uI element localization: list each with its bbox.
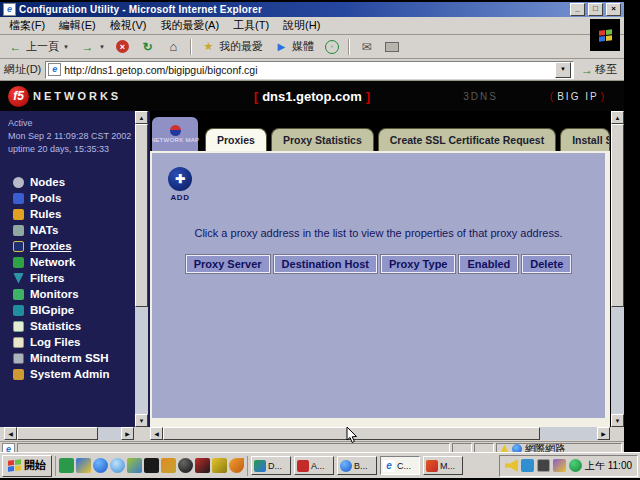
- stop-button[interactable]: [111, 38, 134, 55]
- maximize-button[interactable]: □: [588, 3, 603, 16]
- sidebar-item-bigpipe[interactable]: BIGpipe: [0, 302, 150, 318]
- quicklaunch-icon[interactable]: [161, 458, 176, 473]
- print-icon: [385, 42, 399, 52]
- print-button[interactable]: [380, 37, 405, 56]
- forward-dropdown-icon[interactable]: [99, 44, 105, 50]
- task-button[interactable]: D...: [251, 456, 291, 475]
- sidebar-item-nats[interactable]: NATs: [0, 222, 150, 238]
- menu-edit[interactable]: 編輯(E): [52, 17, 103, 34]
- quicklaunch-icon[interactable]: [178, 458, 193, 473]
- scroll-right-icon[interactable]: ▶: [121, 427, 134, 440]
- system-tray: 上午 11:00: [499, 455, 638, 477]
- scroll-left-icon[interactable]: ◀: [4, 427, 17, 440]
- media-icon: [274, 39, 289, 54]
- close-button[interactable]: ×: [606, 3, 621, 16]
- sidebar-horizontal-scrollbar[interactable]: ◀ ▶: [4, 427, 134, 440]
- minimize-button[interactable]: _: [570, 3, 585, 16]
- task-button[interactable]: M...: [423, 456, 463, 475]
- back-label: 上一頁: [26, 39, 59, 54]
- home-button[interactable]: [161, 37, 186, 56]
- tray-icon[interactable]: [569, 459, 582, 472]
- sidebar-item-mindterm-ssh[interactable]: Mindterm SSH: [0, 350, 150, 366]
- nav-3dns[interactable]: 3DNS: [463, 91, 498, 102]
- sidebar-item-system-admin[interactable]: System Admin: [0, 366, 150, 382]
- scroll-down-icon[interactable]: ▼: [135, 414, 148, 427]
- scrollbar-thumb[interactable]: [611, 124, 624, 307]
- refresh-button[interactable]: [135, 37, 160, 56]
- history-button[interactable]: [320, 38, 344, 56]
- system-status: Active Mon Sep 2 11:09:28 CST 2002 uptim…: [0, 111, 150, 160]
- address-dropdown-icon[interactable]: ▼: [555, 62, 571, 78]
- windows-taskbar: 開始 D... A... B... eC... M... 上午 11:00: [0, 452, 640, 478]
- sidebar-item-nodes[interactable]: Nodes: [0, 174, 150, 190]
- add-button[interactable]: [168, 167, 192, 191]
- quicklaunch-icon[interactable]: [195, 458, 210, 473]
- volume-icon[interactable]: [505, 459, 518, 472]
- scroll-down-icon[interactable]: ▼: [611, 414, 624, 427]
- quicklaunch-icon[interactable]: [212, 458, 227, 473]
- column-destination-host[interactable]: Destination Host: [274, 255, 377, 273]
- tab-proxies[interactable]: Proxies: [205, 128, 267, 151]
- menu-tools[interactable]: 工具(T): [226, 17, 276, 34]
- tab-proxy-statistics[interactable]: Proxy Statistics: [271, 128, 374, 151]
- start-button[interactable]: 開始: [2, 455, 52, 477]
- scrollbar-thumb[interactable]: [135, 124, 148, 307]
- scrollbar-thumb[interactable]: [17, 427, 98, 440]
- menu-help[interactable]: 說明(H): [276, 17, 327, 34]
- sidebar-item-statistics[interactable]: Statistics: [0, 318, 150, 334]
- quicklaunch-icon[interactable]: [59, 458, 74, 473]
- tab-create-ssl-certificate-request[interactable]: Create SSL Certificate Request: [378, 128, 556, 151]
- scroll-up-icon[interactable]: ▲: [135, 111, 148, 124]
- tray-icon[interactable]: [521, 459, 534, 472]
- sidebar-item-log-files[interactable]: Log Files: [0, 334, 150, 350]
- forward-button[interactable]: [75, 37, 110, 56]
- quicklaunch-icon[interactable]: [144, 458, 159, 473]
- quicklaunch-icon[interactable]: [127, 458, 142, 473]
- task-button[interactable]: B...: [337, 456, 377, 475]
- go-button[interactable]: 移至: [578, 62, 620, 77]
- back-icon: [8, 39, 23, 54]
- task-icon: [254, 460, 266, 472]
- sidebar-item-filters[interactable]: Filters: [0, 270, 150, 286]
- sidebar-item-pools[interactable]: Pools: [0, 190, 150, 206]
- menu-file[interactable]: 檔案(F): [2, 17, 52, 34]
- browser-window: Configuration Utility - Microsoft Intern…: [0, 2, 624, 452]
- quicklaunch-icon[interactable]: [110, 458, 125, 473]
- quicklaunch-icon[interactable]: [76, 458, 91, 473]
- sidebar-vertical-scrollbar[interactable]: ▲ ▼: [135, 111, 148, 427]
- tab-network-map[interactable]: NETWORK MAP: [152, 117, 198, 151]
- sidebar-item-proxies[interactable]: Proxies: [0, 238, 150, 254]
- menu-favorites[interactable]: 我的最愛(A): [153, 17, 226, 34]
- status-datetime: Mon Sep 2 11:09:28 CST 2002: [8, 130, 146, 143]
- column-proxy-server[interactable]: Proxy Server: [186, 255, 270, 273]
- quicklaunch-icon[interactable]: [229, 458, 244, 473]
- quicklaunch-icon[interactable]: [93, 458, 108, 473]
- back-dropdown-icon[interactable]: [63, 44, 69, 50]
- favorites-button[interactable]: 我的最愛: [196, 37, 268, 56]
- tray-icon[interactable]: [553, 459, 566, 472]
- status-uptime: uptime 20 days, 15:35:33: [8, 143, 146, 156]
- sidebar-item-rules[interactable]: Rules: [0, 206, 150, 222]
- nav-big-ip[interactable]: BIG IP: [550, 91, 606, 102]
- column-delete[interactable]: Delete: [522, 255, 571, 273]
- menu-view[interactable]: 檢視(V): [103, 17, 154, 34]
- scroll-right-icon[interactable]: ▶: [597, 427, 610, 440]
- column-enabled[interactable]: Enabled: [459, 255, 518, 273]
- rules-icon: [13, 209, 24, 220]
- scroll-up-icon[interactable]: ▲: [611, 111, 624, 124]
- column-proxy-type[interactable]: Proxy Type: [381, 255, 456, 273]
- tab-install-ssl-certificate[interactable]: Install SSL Certifi: [560, 128, 610, 151]
- back-button[interactable]: 上一頁: [3, 37, 74, 56]
- sidebar-item-network[interactable]: Network: [0, 254, 150, 270]
- media-button[interactable]: 媒體: [269, 37, 319, 56]
- mail-button[interactable]: [354, 37, 379, 56]
- task-button[interactable]: A...: [294, 456, 334, 475]
- main-vertical-scrollbar[interactable]: ▲ ▼: [611, 111, 624, 427]
- scroll-left-icon[interactable]: ◀: [150, 427, 163, 440]
- main-horizontal-scrollbar[interactable]: ◀ ▶: [150, 427, 610, 440]
- sidebar-item-monitors[interactable]: Monitors: [0, 286, 150, 302]
- windows-flag-icon: [599, 29, 612, 41]
- address-input[interactable]: http://dns1.getop.com/bigipgui/bigconf.c…: [45, 61, 574, 79]
- task-button-active[interactable]: eC...: [380, 456, 420, 475]
- display-icon[interactable]: [537, 459, 550, 472]
